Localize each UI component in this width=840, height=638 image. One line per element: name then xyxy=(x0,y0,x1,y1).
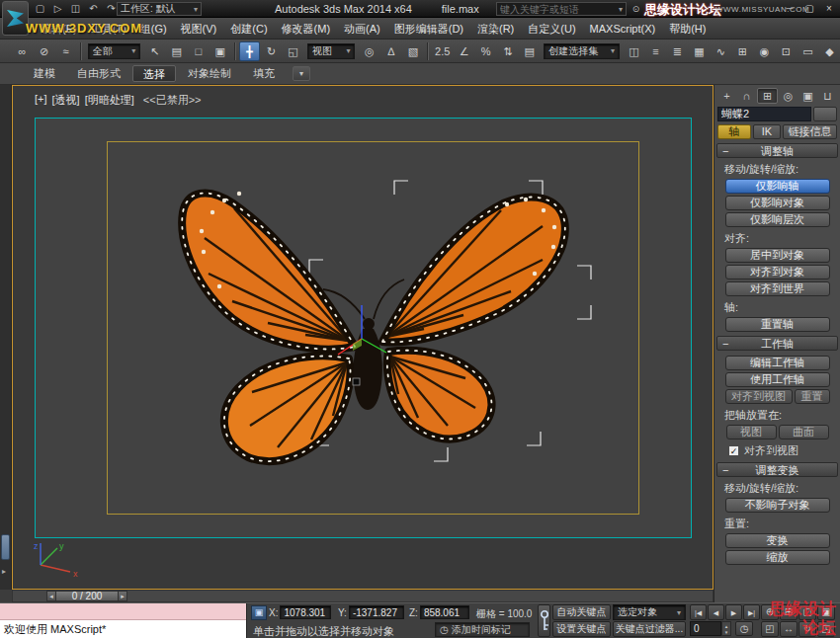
name-field-button[interactable] xyxy=(813,107,837,121)
object-name-field[interactable] xyxy=(717,107,811,121)
layer-manager-icon[interactable]: ≣ xyxy=(667,41,688,61)
play-button[interactable]: ▶ xyxy=(725,604,742,620)
menu-item[interactable]: 图形编辑器(D) xyxy=(387,18,470,40)
affect-hierarchy-only-button[interactable]: 仅影响层次 xyxy=(725,212,830,227)
align-to-view-checkbox[interactable]: ✓ xyxy=(728,445,739,456)
ribbon-minimize-icon[interactable]: ▾ xyxy=(293,66,310,81)
adjust-pivot-rollout-header[interactable]: − 调整轴 xyxy=(716,143,838,158)
select-object-icon[interactable]: ↖ xyxy=(144,41,165,61)
menu-item[interactable]: 修改器(M) xyxy=(275,18,338,40)
selection-filter-dropdown[interactable]: 全部 ▾ xyxy=(88,43,140,59)
spinner-snap-icon[interactable]: ⇅ xyxy=(497,41,518,61)
x-coordinate-field[interactable] xyxy=(280,605,331,619)
angle-snap-icon[interactable]: ∠ xyxy=(454,41,474,61)
affect-object-only-button[interactable]: 仅影响对象 xyxy=(725,196,830,210)
align-to-view-button[interactable]: 对齐到视图 xyxy=(725,389,793,404)
create-tab[interactable]: + xyxy=(717,88,736,104)
affect-pivot-only-button[interactable]: 仅影响轴 xyxy=(725,179,830,194)
edit-named-sets-icon[interactable]: ▤ xyxy=(519,41,540,61)
undo-icon[interactable]: ↶ xyxy=(86,2,101,16)
motion-tab[interactable]: ◎ xyxy=(779,88,798,104)
z-coordinate-field[interactable] xyxy=(420,605,469,619)
infocenter-search-box[interactable]: ▾ xyxy=(496,2,627,16)
reset-working-pivot-button[interactable]: 重置 xyxy=(795,389,830,404)
scene-canvas[interactable] xyxy=(13,86,714,591)
rendered-frame-icon[interactable]: ▭ xyxy=(798,41,818,61)
frame-spinner[interactable]: ▴ ▾ xyxy=(721,621,731,636)
select-and-manipulate-icon[interactable]: ∆ xyxy=(380,41,401,61)
pivot-tab[interactable]: 轴 xyxy=(717,124,751,139)
menu-item[interactable]: 创建(C) xyxy=(223,18,274,40)
macro-recorder-line[interactable] xyxy=(0,603,246,620)
display-tab[interactable]: ▣ xyxy=(798,88,817,104)
new-scene-icon[interactable]: ▢ xyxy=(33,2,47,16)
set-key-button[interactable]: 设置关键点 xyxy=(552,621,611,637)
selection-lock-toggle[interactable]: ▣ xyxy=(251,605,267,620)
edit-working-pivot-button[interactable]: 编辑工作轴 xyxy=(725,356,830,370)
center-to-object-button[interactable]: 居中到对象 xyxy=(725,248,830,263)
set-keys-button[interactable] xyxy=(538,604,550,637)
close-button[interactable]: × xyxy=(822,2,836,15)
select-and-move-icon[interactable]: ╋ xyxy=(239,41,260,61)
unlink-selection-icon[interactable]: ⊘ xyxy=(34,41,54,61)
ik-tab[interactable]: IK xyxy=(753,124,781,139)
reference-coordinate-dropdown[interactable]: 视图 ▾ xyxy=(307,43,355,59)
chevron-down-icon[interactable]: ▾ xyxy=(619,5,623,14)
key-mode-dropdown[interactable]: 选定对象 ▾ xyxy=(613,604,686,620)
time-configuration-button[interactable]: ◷ xyxy=(735,621,753,636)
align-to-object-button[interactable]: 对齐到对象 xyxy=(725,265,830,279)
save-file-icon[interactable]: ◫ xyxy=(68,2,83,16)
percent-snap-icon[interactable]: % xyxy=(475,41,496,61)
window-crossing-icon[interactable]: ▣ xyxy=(210,41,230,61)
viewport-general-menu[interactable]: [+] xyxy=(35,93,47,108)
next-frame-arrow-icon[interactable]: ▸ xyxy=(118,591,127,601)
expand-arrow-icon[interactable]: ▸ xyxy=(2,567,6,576)
menu-item[interactable]: 渲染(R) xyxy=(470,18,521,40)
schematic-view-icon[interactable]: ⊞ xyxy=(732,41,753,61)
align-to-world-button[interactable]: 对齐到世界 xyxy=(725,281,830,296)
time-slider-handle[interactable]: ◂ 0 / 200 ▸ xyxy=(46,591,127,601)
dont-affect-children-button[interactable]: 不影响子对象 xyxy=(725,498,830,513)
search-icon[interactable]: ⊙ xyxy=(630,2,642,16)
viewport-shading-menu[interactable]: [明暗处理] xyxy=(85,93,134,108)
menu-item[interactable]: 帮助(H) xyxy=(662,18,713,40)
menu-item[interactable]: MAXScript(X) xyxy=(583,18,663,40)
y-coordinate-field[interactable] xyxy=(349,605,404,619)
select-and-link-icon[interactable]: ∞ xyxy=(12,41,33,61)
spinner-down-icon[interactable]: ▾ xyxy=(722,629,730,635)
go-to-start-button[interactable]: |◀ xyxy=(690,604,707,620)
place-pivot-surface-button[interactable]: 曲面 xyxy=(779,425,829,439)
auto-key-button[interactable]: 自动关键点 xyxy=(552,604,611,620)
viewport-layout-tab[interactable] xyxy=(1,534,10,560)
viewport-pov-menu[interactable]: [透视] xyxy=(52,93,80,108)
frame-number-input[interactable] xyxy=(690,621,721,636)
ribbon-tab[interactable]: 建模 xyxy=(24,65,65,82)
search-input[interactable] xyxy=(500,4,616,15)
hierarchy-tab[interactable]: ⊞ xyxy=(757,88,778,104)
ribbon-tab[interactable]: 填充 xyxy=(243,65,285,82)
render-production-icon[interactable]: ◆ xyxy=(819,41,840,61)
material-editor-icon[interactable]: ◉ xyxy=(754,41,775,61)
named-selection-sets-dropdown[interactable]: 创建选择集 ▾ xyxy=(544,43,620,59)
use-pivot-center-icon[interactable]: ◎ xyxy=(359,41,379,61)
application-menu-button[interactable] xyxy=(2,1,29,36)
working-pivot-rollout-header[interactable]: − 工作轴 xyxy=(716,336,838,351)
time-slider[interactable]: ◂ 0 / 200 ▸ xyxy=(12,590,714,602)
render-setup-icon[interactable]: ⊡ xyxy=(776,41,797,61)
keyboard-override-icon[interactable]: ▧ xyxy=(402,41,423,61)
workspace-dropdown[interactable]: 工作区: 默认 ▾ xyxy=(117,2,202,16)
adjust-transform-rollout-header[interactable]: − 调整变换 xyxy=(716,462,838,477)
add-time-tag-button[interactable]: ◷ 添加时间标记 xyxy=(435,622,530,637)
perspective-viewport[interactable]: [+] [透视] [明暗处理] <<已禁用>> xyxy=(12,85,714,590)
menu-item[interactable]: 动画(A) xyxy=(337,18,387,40)
selection-region-icon[interactable]: □ xyxy=(188,41,209,61)
menu-item[interactable]: 视图(V) xyxy=(174,18,224,40)
curve-editor-icon[interactable]: ∿ xyxy=(711,41,731,61)
reset-scale-button[interactable]: 缩放 xyxy=(725,550,830,565)
modify-tab[interactable]: ∩ xyxy=(737,88,756,104)
select-and-rotate-icon[interactable]: ↻ xyxy=(261,41,282,61)
mirror-icon[interactable]: ◫ xyxy=(624,41,644,61)
bind-to-spacewarp-icon[interactable]: ≈ xyxy=(55,41,76,61)
ribbon-tab[interactable]: 自由形式 xyxy=(67,65,130,82)
place-pivot-view-button[interactable]: 视图 xyxy=(726,425,777,439)
